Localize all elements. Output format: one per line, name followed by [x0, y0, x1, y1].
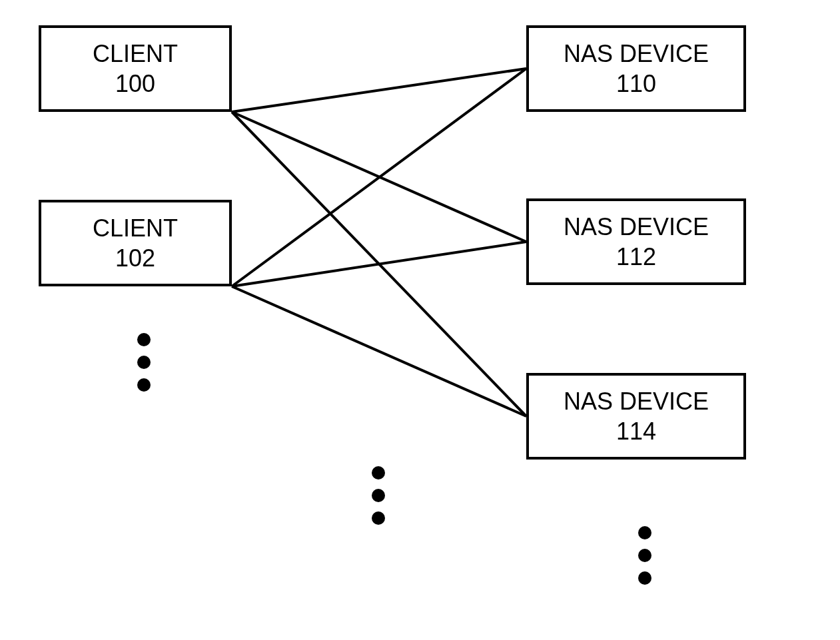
ellipsis-connections-icon	[372, 466, 385, 525]
connection-line	[232, 112, 526, 416]
diagram-canvas: CLIENT 100 CLIENT 102 NAS DEVICE 110 NAS…	[0, 0, 840, 640]
nas-112-box: NAS DEVICE 112	[526, 198, 746, 285]
connection-line	[232, 69, 526, 112]
client-100-label: CLIENT	[93, 39, 178, 69]
ellipsis-nas-icon	[638, 526, 651, 585]
client-100-number: 100	[115, 69, 155, 99]
nas-114-number: 114	[616, 416, 656, 446]
nas-110-label: NAS DEVICE	[564, 39, 709, 69]
connection-line	[232, 242, 526, 286]
client-102-box: CLIENT 102	[39, 200, 232, 286]
nas-112-number: 112	[616, 242, 656, 272]
nas-112-label: NAS DEVICE	[564, 212, 709, 242]
nas-114-label: NAS DEVICE	[564, 386, 709, 416]
connection-line	[232, 112, 526, 242]
nas-110-number: 110	[616, 69, 656, 99]
client-100-box: CLIENT 100	[39, 25, 232, 112]
connection-line	[232, 286, 526, 416]
ellipsis-clients-icon	[137, 333, 151, 392]
connection-line	[232, 69, 526, 286]
client-102-label: CLIENT	[93, 213, 178, 243]
nas-110-box: NAS DEVICE 110	[526, 25, 746, 112]
nas-114-box: NAS DEVICE 114	[526, 373, 746, 460]
client-102-number: 102	[115, 243, 155, 273]
